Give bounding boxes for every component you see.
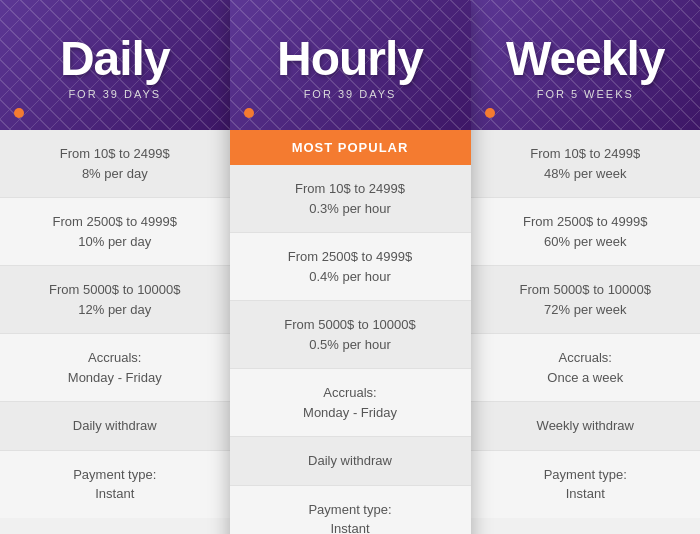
plan-header-daily: DailyFOR 39 DAYS: [0, 0, 230, 130]
feature-line1-hourly-3: Accruals:: [323, 385, 376, 400]
feature-line2-daily-0: 8% per day: [82, 166, 148, 181]
feature-line1-daily-5: Payment type:: [73, 467, 156, 482]
feature-line1-hourly-1: From 2500$ to 4999$: [288, 249, 412, 264]
feature-item-daily-4: Daily withdraw: [0, 402, 230, 451]
plan-header-dot-hourly: [244, 108, 254, 118]
feature-line2-daily-1: 10% per day: [78, 234, 151, 249]
plan-card-daily: DailyFOR 39 DAYSFrom 10$ to 2499$8% per …: [0, 0, 230, 534]
feature-line2-weekly-5: Instant: [566, 486, 605, 501]
feature-item-hourly-5: Payment type:Instant: [230, 486, 471, 535]
plan-title-weekly: Weekly: [506, 31, 665, 86]
feature-line1-daily-0: From 10$ to 2499$: [60, 146, 170, 161]
plan-features-daily: From 10$ to 2499$8% per dayFrom 2500$ to…: [0, 130, 230, 534]
feature-item-weekly-0: From 10$ to 2499$48% per week: [471, 130, 701, 198]
feature-line1-hourly-0: From 10$ to 2499$: [295, 181, 405, 196]
plan-subtitle-hourly: FOR 39 DAYS: [304, 88, 397, 100]
feature-line2-daily-5: Instant: [95, 486, 134, 501]
feature-line1-weekly-2: From 5000$ to 10000$: [519, 282, 651, 297]
feature-item-weekly-2: From 5000$ to 10000$72% per week: [471, 266, 701, 334]
feature-item-hourly-4: Daily withdraw: [230, 437, 471, 486]
feature-line2-hourly-0: 0.3% per hour: [309, 201, 391, 216]
plan-features-hourly: From 10$ to 2499$0.3% per hourFrom 2500$…: [230, 165, 471, 534]
feature-line2-hourly-1: 0.4% per hour: [309, 269, 391, 284]
feature-item-daily-0: From 10$ to 2499$8% per day: [0, 130, 230, 198]
feature-line2-hourly-5: Instant: [330, 521, 369, 534]
pricing-container: DailyFOR 39 DAYSFrom 10$ to 2499$8% per …: [0, 0, 700, 534]
feature-item-daily-5: Payment type:Instant: [0, 451, 230, 518]
feature-line1-hourly-5: Payment type:: [308, 502, 391, 517]
feature-item-weekly-4: Weekly withdraw: [471, 402, 701, 451]
plan-features-weekly: From 10$ to 2499$48% per weekFrom 2500$ …: [471, 130, 701, 534]
plan-card-hourly: HourlyFOR 39 DAYSMOST POPULARFrom 10$ to…: [230, 0, 471, 534]
plan-title-hourly: Hourly: [277, 31, 423, 86]
feature-line2-weekly-3: Once a week: [547, 370, 623, 385]
feature-line1-hourly-4: Daily withdraw: [308, 453, 392, 468]
feature-item-weekly-5: Payment type:Instant: [471, 451, 701, 518]
plan-header-dot-daily: [14, 108, 24, 118]
plan-subtitle-weekly: FOR 5 WEEKS: [537, 88, 634, 100]
feature-line2-hourly-3: Monday - Friday: [303, 405, 397, 420]
plan-header-hourly: HourlyFOR 39 DAYS: [230, 0, 471, 130]
feature-line1-weekly-1: From 2500$ to 4999$: [523, 214, 647, 229]
feature-line2-hourly-2: 0.5% per hour: [309, 337, 391, 352]
plan-header-weekly: WeeklyFOR 5 WEEKS: [471, 0, 701, 130]
feature-line2-weekly-0: 48% per week: [544, 166, 626, 181]
feature-line1-weekly-4: Weekly withdraw: [537, 418, 634, 433]
feature-line1-daily-4: Daily withdraw: [73, 418, 157, 433]
plan-subtitle-daily: FOR 39 DAYS: [68, 88, 161, 100]
feature-item-weekly-3: Accruals:Once a week: [471, 334, 701, 402]
feature-line1-weekly-3: Accruals:: [559, 350, 612, 365]
feature-line2-weekly-2: 72% per week: [544, 302, 626, 317]
most-popular-badge-hourly: MOST POPULAR: [230, 130, 471, 165]
plan-title-daily: Daily: [60, 31, 170, 86]
feature-line1-daily-3: Accruals:: [88, 350, 141, 365]
feature-item-hourly-1: From 2500$ to 4999$0.4% per hour: [230, 233, 471, 301]
feature-line2-daily-3: Monday - Friday: [68, 370, 162, 385]
feature-line2-weekly-1: 60% per week: [544, 234, 626, 249]
feature-line1-daily-1: From 2500$ to 4999$: [53, 214, 177, 229]
feature-item-hourly-3: Accruals:Monday - Friday: [230, 369, 471, 437]
feature-line1-hourly-2: From 5000$ to 10000$: [284, 317, 416, 332]
feature-item-daily-3: Accruals:Monday - Friday: [0, 334, 230, 402]
plan-header-dot-weekly: [485, 108, 495, 118]
feature-item-hourly-2: From 5000$ to 10000$0.5% per hour: [230, 301, 471, 369]
plan-card-weekly: WeeklyFOR 5 WEEKSFrom 10$ to 2499$48% pe…: [471, 0, 701, 534]
feature-line1-daily-2: From 5000$ to 10000$: [49, 282, 181, 297]
feature-item-weekly-1: From 2500$ to 4999$60% per week: [471, 198, 701, 266]
feature-line2-daily-2: 12% per day: [78, 302, 151, 317]
feature-item-daily-1: From 2500$ to 4999$10% per day: [0, 198, 230, 266]
feature-item-hourly-0: From 10$ to 2499$0.3% per hour: [230, 165, 471, 233]
feature-item-daily-2: From 5000$ to 10000$12% per day: [0, 266, 230, 334]
feature-line1-weekly-5: Payment type:: [544, 467, 627, 482]
feature-line1-weekly-0: From 10$ to 2499$: [530, 146, 640, 161]
